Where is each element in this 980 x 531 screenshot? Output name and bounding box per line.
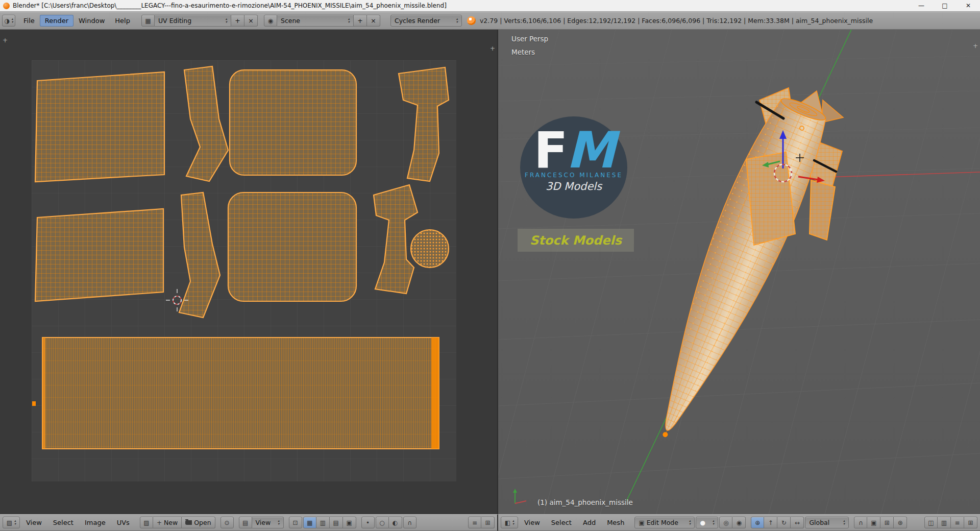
window-titlebar: Blender* [C:\Users\franc\Desktop\_______… [0, 0, 980, 12]
uv-editor-area[interactable]: + + [0, 30, 498, 514]
scene-add-button[interactable]: + [354, 15, 367, 27]
uv-stretch-button[interactable]: ▣ [343, 517, 356, 528]
uv-menu-view[interactable]: View [21, 517, 47, 528]
info-header: ◑▴▾ File Render Window Help ▦ UV Editing… [0, 12, 980, 30]
uv-constrain-button[interactable]: ▤ [330, 517, 343, 528]
manipulator-translate-button[interactable]: ↑ [764, 517, 777, 528]
image-browse-button[interactable]: ▨ [140, 517, 153, 528]
proportional-falloff-button[interactable]: ◐ [389, 517, 402, 528]
magnet-icon: ∩ [859, 520, 863, 526]
uv-editor-type-button[interactable]: ▨▴▾ [3, 517, 20, 528]
chevron-updown-icon: ▴▾ [843, 520, 845, 525]
region-toggle-plus-icon[interactable]: + [973, 42, 978, 50]
layout-selector[interactable]: UV Editing▴▾ [155, 15, 231, 27]
scene-delete-button[interactable]: × [367, 15, 380, 27]
v3d-menu-mesh[interactable]: Mesh [602, 517, 629, 528]
render-anim-button[interactable]: ▥ [938, 517, 951, 528]
chevron-updown-icon: ▴▾ [12, 18, 13, 23]
channels-button[interactable]: ⊞ [481, 517, 495, 528]
chevron-updown-icon: ▴▾ [348, 18, 350, 23]
proportional-edit-button[interactable]: ○ [376, 517, 389, 528]
info-editor-type-button[interactable]: ◑▴▾ [2, 15, 15, 27]
stack-button[interactable]: ≡ [951, 517, 964, 528]
clip-slider-button[interactable]: ≡ [468, 517, 481, 528]
menu-render[interactable]: Render [40, 15, 74, 27]
logo-tagline: 3D Models [520, 180, 627, 192]
uv-menu-uvs[interactable]: UVs [112, 517, 135, 528]
scene-browse-button[interactable]: ◉ [264, 15, 277, 27]
snap-grid-button[interactable]: ⊞ [880, 517, 894, 528]
v3d-menu-select[interactable]: Select [546, 517, 577, 528]
uv-snap-pixel-button[interactable]: ▥ [316, 517, 330, 528]
uv-menu-select[interactable]: Select [48, 517, 79, 528]
uv-sculpt-button[interactable]: ▦ [303, 517, 316, 528]
render-opengl-button[interactable]: ◫ [924, 517, 938, 528]
region-toggle-plus-icon[interactable]: + [490, 45, 495, 52]
chevron-updown-icon: ▴▾ [226, 18, 227, 23]
close-button[interactable]: ✕ [957, 0, 980, 11]
layers-icon: ▥ [941, 520, 947, 526]
menu-help[interactable]: Help [110, 15, 135, 27]
mode-selector[interactable]: ▣Edit Mode▴▾ [634, 517, 695, 528]
logo-studio-name: FRANCESCO MILANESE [520, 172, 627, 179]
pin-image-button[interactable]: ⊙ [220, 517, 234, 528]
v3d-menu-view[interactable]: View [519, 517, 545, 528]
sliders-icon: ≡ [472, 520, 477, 526]
snap-peel-button[interactable]: ⊛ [894, 517, 907, 528]
view3d-editor-icon: ◧ [505, 520, 510, 526]
window-title: Blender* [C:\Users\franc\Desktop\_______… [13, 2, 910, 9]
missile-mesh[interactable] [632, 88, 843, 450]
blender-logo-icon [467, 16, 476, 25]
snap-magnet-button[interactable]: ∩ [854, 517, 867, 528]
display-mode-selector[interactable]: View▴▾ [252, 517, 284, 528]
edit-mode-icon: ▣ [639, 520, 644, 526]
chevron-updown-icon: ▴▾ [512, 520, 514, 525]
snap-icon: ⊡ [293, 520, 298, 526]
orientation-selector[interactable]: Global▴▾ [805, 517, 849, 528]
pivot-center-button[interactable]: ◎ [719, 517, 732, 528]
chevron-updown-icon: ▴▾ [713, 520, 714, 525]
maximize-button[interactable]: □ [933, 0, 957, 11]
layout-add-button[interactable]: + [231, 15, 244, 27]
viewport-shading-selector[interactable]: ●▴▾ [696, 517, 718, 528]
menu-file[interactable]: File [18, 15, 40, 27]
magnet-icon: ∩ [407, 520, 412, 526]
scale-icon: ↔ [795, 520, 800, 526]
manipulator-scale-button[interactable]: ↔ [791, 517, 804, 528]
layout-delete-button[interactable]: × [244, 15, 258, 27]
peel-icon: ⊛ [898, 520, 903, 526]
snap-magnet-button[interactable]: ∩ [403, 517, 416, 528]
view3d-editor-type-button[interactable]: ◧▴▾ [501, 517, 518, 528]
display-mode-icon-button[interactable]: ▤ [239, 517, 252, 528]
view-name-label: User Persp [511, 35, 548, 43]
chevron-updown-icon: ▴▾ [689, 520, 691, 525]
snap-element-button[interactable]: ▣ [867, 517, 880, 528]
uv-editor-header: ▨▴▾ View Select Image UVs ▨ +New Open ⊙ … [0, 514, 498, 531]
camera-icon: ◫ [928, 520, 934, 526]
layout-browse-button[interactable]: ▦ [141, 15, 155, 27]
snap-target-button[interactable]: ⊡ [289, 517, 302, 528]
unit-label: Meters [511, 48, 535, 56]
uv-menu-image[interactable]: Image [80, 517, 111, 528]
plus-icon: + [157, 520, 162, 526]
menu-window[interactable]: Window [74, 15, 110, 27]
region-toggle-plus-icon[interactable]: + [3, 37, 8, 44]
pivot-align-button[interactable]: ◉ [732, 517, 746, 528]
snap-cube-icon: ▣ [871, 520, 876, 526]
pivot-point-button[interactable]: • [361, 517, 375, 528]
viewport-3d-area[interactable]: User Persp Meters (1) aim_54_phoenix_mis… [498, 30, 980, 514]
render-engine-selector[interactable]: Cycles Render▴▾ [390, 15, 462, 27]
image-new-button[interactable]: +New [153, 517, 182, 528]
rotate-icon: ↻ [781, 520, 787, 526]
manipulator-toggle-button[interactable]: ⊕ [751, 517, 764, 528]
manipulator-rotate-button[interactable]: ↻ [777, 517, 791, 528]
minimize-button[interactable]: — [910, 0, 933, 11]
image-editor-icon: ▨ [7, 520, 12, 526]
scene-selector[interactable]: Scene▴▾ [277, 15, 354, 27]
image-open-button[interactable]: Open [182, 517, 215, 528]
chevron-updown-icon: ▴▾ [14, 520, 16, 525]
grid-icon: ⊞ [968, 520, 973, 526]
v3d-menu-add[interactable]: Add [578, 517, 601, 528]
extra-button[interactable]: ⊞ [964, 517, 977, 528]
arrow-icon: ↑ [768, 520, 773, 526]
